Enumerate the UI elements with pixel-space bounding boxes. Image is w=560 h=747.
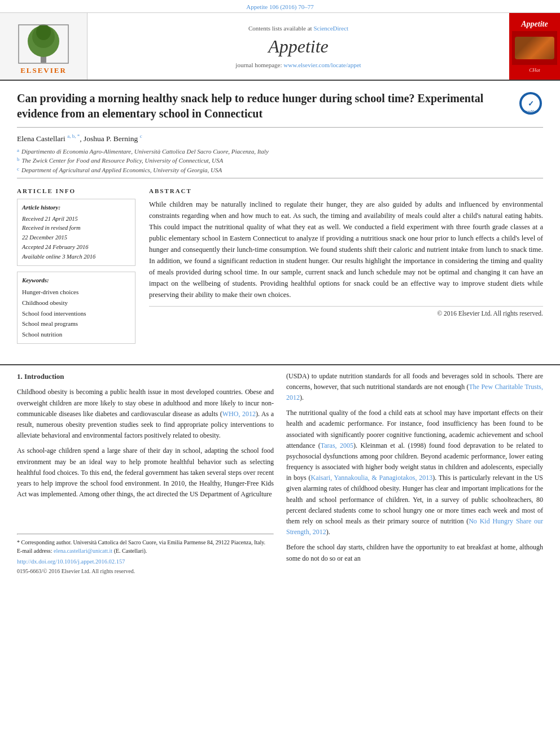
author-1: Elena Castellari [17,134,65,143]
keyword-4: School meal programs [22,318,130,329]
svg-text:CrossMark: CrossMark [523,110,539,113]
affiliations: a Dipartimento di Economia Agro-Alimenta… [17,147,543,175]
taras-link[interactable]: Taras, 2005 [321,442,353,449]
affil-1: a Dipartimento di Economia Agro-Alimenta… [17,147,543,156]
journal-center: Contents lists available at ScienceDirec… [88,13,509,80]
accepted-date: Accepted 24 February 2016 [22,243,130,252]
keywords-box: Keywords: Hunger-driven choices Childhoo… [17,272,135,344]
keyword-3: School food interventions [22,308,130,319]
journal-info-bar: Appetite 106 (2016) 70–77 [0,0,560,13]
svg-point-3 [36,24,51,40]
article-info-abstract-section: ARTICLE INFO Article history: Received 2… [17,178,543,359]
body-right-col: (USDA) to update nutrition standards for… [286,371,543,576]
affil-2: b The Zwick Center for Food and Resource… [17,156,543,165]
elsevier-tree-icon [18,24,69,64]
affil-3: c Department of Agricultural and Applied… [17,165,543,175]
author-2: Joshua P. Berning [84,134,138,143]
article-main-title: Can providing a morning healthy snack he… [17,91,513,121]
abstract-heading: ABSTRACT [149,187,543,194]
author-2-sup: c [140,133,142,139]
section-1-heading: 1. Introduction [17,371,274,383]
keyword-2: Childhood obesity [22,298,130,308]
contents-line: Contents lists available at ScienceDirec… [248,25,348,32]
email-line: E-mail address: elena.castellari@unicatt… [17,547,274,555]
authors-line: Elena Castellari a, b, *, Joshua P. Bern… [17,133,543,143]
article-title-text: Can providing a morning healthy snack he… [17,91,513,121]
two-col-body: 1. Introduction Childhood obesity is bec… [0,371,560,576]
body-para-r3: Before the school day starts, children h… [286,542,543,563]
body-para-1: Childhood obesity is becoming a public h… [17,387,274,441]
appetite-cover-subtitle: CHat [529,67,540,73]
body-divider [0,364,560,365]
available-online: Available online 3 March 2016 [22,252,130,262]
svg-text:✓: ✓ [528,99,534,108]
kaisari-link[interactable]: Kaisari, Yannakoulia, & Panagiotakos, 20… [311,474,433,482]
journal-homepage-link[interactable]: www.elsevier.com/locate/appet [283,62,361,68]
copyright-line: © 2016 Elsevier Ltd. All rights reserved… [149,306,543,317]
article-history-box: Article history: Received 21 April 2015 … [17,199,135,266]
crossmark-icon: ✓ CrossMark [518,91,543,116]
doi-link[interactable]: http://dx.doi.org/10.1016/j.appet.2016.0… [17,557,274,567]
section-1-title: Introduction [24,372,64,381]
appetite-cover-image [512,31,557,65]
who-link[interactable]: WHO, 2012 [222,410,256,418]
elsevier-brand: ELSEVIER [20,66,67,75]
journal-volume-info: Appetite 106 (2016) 70–77 [246,3,313,10]
body-para-r2: The nutritional quality of the food a ch… [286,408,543,538]
journal-homepage-line: journal homepage: www.elsevier.com/locat… [235,62,361,68]
nokid-link[interactable]: No Kid Hungry Share our Strength, 2012 [286,517,543,536]
email-link[interactable]: elena.castellari@unicatt.it [54,548,112,554]
article-info-heading: ARTICLE INFO [17,187,135,194]
appetite-cover-title: Appetite [521,20,548,29]
keyword-1: Hunger-driven choices [22,287,130,298]
article-history-title: Article history: [22,203,130,213]
body-left-col: 1. Introduction Childhood obesity is bec… [17,371,274,576]
appetite-cover: Appetite CHat [509,13,560,80]
footnote-section: * Corresponding author. Università Catto… [17,534,274,555]
corresponding-note: * Corresponding author. Università Catto… [17,538,274,547]
journal-header: ELSEVIER Contents lists available at Sci… [0,13,560,81]
pew-link[interactable]: The Pew Charitable Trusts, 2012 [286,383,543,401]
section-1-number: 1. [17,372,23,381]
body-para-r1: (USDA) to update nutrition standards for… [286,371,543,404]
journal-title: Appetite [268,36,329,57]
abstract-text: While children may be naturally inclined… [149,199,543,300]
sciencedirect-link[interactable]: ScienceDirect [313,25,348,32]
article-title-section: Can providing a morning healthy snack he… [17,81,543,128]
keywords-title: Keywords: [22,276,130,286]
revised-date: 22 December 2015 [22,233,130,243]
body-para-2: As school-age children spend a large sha… [17,445,274,500]
keywords-list: Hunger-driven choices Childhood obesity … [22,287,130,339]
author-1-sup: a, b, * [67,133,80,139]
issn-line: 0195-6663/© 2016 Elsevier Ltd. All right… [17,567,274,576]
received-date: Received 21 April 2015 [22,215,130,224]
authors-section: Elena Castellari a, b, *, Joshua P. Bern… [17,128,543,178]
content-area: Can providing a morning healthy snack he… [0,81,560,359]
keyword-5: School nutrition [22,329,130,340]
elsevier-logo-area: ELSEVIER [0,13,88,80]
received-revised-label: Received in revised form [22,224,130,233]
article-info-col: ARTICLE INFO Article history: Received 2… [17,187,135,350]
abstract-col: ABSTRACT While children may be naturally… [149,187,543,350]
